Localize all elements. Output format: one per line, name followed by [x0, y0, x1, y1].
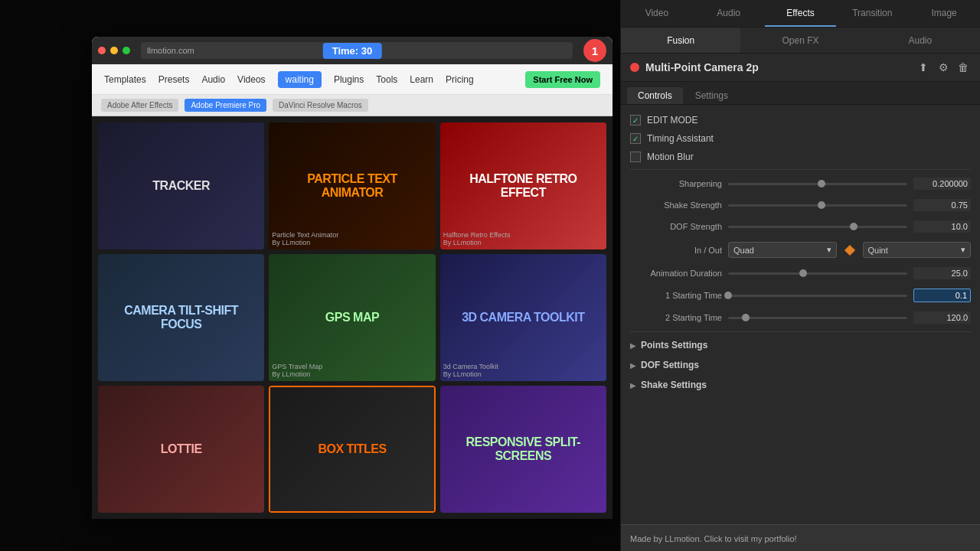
nav-templates[interactable]: Templates [104, 74, 146, 85]
dropdown-chevron-left: ▾ [827, 245, 831, 255]
dof-strength-label: DOF Strength [630, 222, 722, 231]
nav-waiting[interactable]: waiting [278, 71, 322, 88]
tab-premiere-pro[interactable]: Adobe Premiere Pro [185, 99, 266, 112]
plugin-action-icons: ⬆ ⚙ 🗑 [916, 60, 971, 75]
checkbox-edit-mode-input[interactable]: ✓ [630, 115, 641, 126]
effects-panel: Video Audio Effects Transition Image Fus… [620, 0, 980, 551]
nav-tools[interactable]: Tools [376, 74, 397, 85]
checkbox-motion-blur: Motion Blur [630, 148, 971, 166]
footer-banner[interactable]: Made by LLmotion. Click to visit my port… [621, 524, 980, 551]
divider-2 [630, 331, 971, 332]
starting-time-2-row: 2 Starting Time 120.0 [630, 307, 971, 328]
points-settings-arrow: ▶ [630, 341, 636, 350]
cards-grid: TRACKER Particle Text Animator Particle … [92, 116, 612, 519]
tab-audio[interactable]: Audio [693, 0, 765, 27]
sharpening-thumb[interactable] [818, 180, 825, 187]
minimize-dot[interactable] [110, 47, 118, 54]
subtab-openfx[interactable]: Open FX [740, 28, 860, 53]
starting-time-2-slider[interactable] [728, 317, 907, 319]
starting-time-2-label: 2 Starting Time [630, 313, 722, 322]
nav-audio[interactable]: Audio [201, 74, 225, 85]
checkbox-edit-mode-label: EDIT MODE [647, 115, 697, 126]
dof-strength-thumb[interactable] [850, 223, 858, 230]
shake-settings-title: Shake Settings [641, 380, 707, 390]
starting-time-1-slider[interactable] [728, 295, 907, 297]
inout-left-dropdown[interactable]: Quad ▾ [728, 242, 837, 258]
subtab-audio[interactable]: Audio [861, 28, 980, 53]
nav-videos[interactable]: Videos [237, 74, 265, 85]
animation-duration-thumb[interactable] [799, 269, 807, 277]
checkbox-edit-mode: ✓ EDIT MODE [630, 111, 971, 129]
dof-strength-value[interactable]: 10.0 [913, 220, 971, 233]
starting-time-2-thumb[interactable] [742, 314, 750, 321]
control-tabs: Controls Settings [621, 82, 980, 105]
nav-learn[interactable]: Learn [410, 74, 433, 85]
delete-icon[interactable]: 🗑 [956, 60, 971, 75]
nav-presets[interactable]: Presets [158, 74, 190, 85]
card-box-titles[interactable]: BOX TITLES [269, 386, 435, 513]
starting-time-1-thumb[interactable] [724, 292, 732, 299]
settings-icon[interactable]: ⚙ [936, 60, 951, 75]
animation-duration-value[interactable]: 25.0 [913, 267, 971, 279]
card-tracker-title: TRACKER [152, 179, 210, 193]
shake-strength-thumb[interactable] [818, 201, 825, 209]
shake-strength-slider[interactable] [728, 204, 907, 207]
points-settings-title: Points Settings [641, 340, 707, 350]
tab-video[interactable]: Video [621, 0, 693, 27]
shake-strength-label: Shake Strength [630, 201, 722, 210]
starting-time-1-value[interactable]: 0.1 [913, 289, 971, 302]
shake-strength-row: Shake Strength 0.75 [630, 194, 971, 216]
notification-badge[interactable]: 1 [583, 39, 606, 62]
tab-settings[interactable]: Settings [684, 87, 739, 104]
inout-right-dropdown[interactable]: Quint ▾ [863, 242, 972, 258]
card-tracker[interactable]: TRACKER [98, 122, 264, 249]
start-free-button[interactable]: Start Free Now [525, 71, 600, 88]
card-gps[interactable]: GPS MAP GPS Travel MapBy LLmotion [269, 254, 435, 381]
close-dot[interactable] [98, 47, 106, 54]
card-lottie[interactable]: LOTTIE [98, 386, 264, 513]
dof-strength-row: DOF Strength 10.0 [630, 216, 971, 237]
card-box-titles-title: BOX TITLES [318, 442, 386, 456]
animation-duration-row: Animation Duration 25.0 [630, 262, 971, 284]
shake-strength-value[interactable]: 0.75 [913, 199, 971, 211]
checkbox-motion-blur-input[interactable] [630, 152, 641, 162]
expand-icon[interactable]: ⬆ [916, 60, 931, 75]
tab-effects[interactable]: Effects [765, 0, 837, 27]
checkbox-timing-assistant: ✓ Timing Assistant [630, 129, 971, 148]
card-responsive[interactable]: RESPONSIVE SPLIT-SCREENS [440, 386, 606, 513]
card-particle[interactable]: Particle Text Animator Particle Text Ani… [269, 122, 435, 249]
subtab-fusion[interactable]: Fusion [621, 28, 740, 53]
shake-settings-section[interactable]: ▶ Shake Settings [630, 375, 971, 395]
starting-time-2-value[interactable]: 120.0 [913, 311, 971, 324]
plugin-name: Multi-Point Camera 2p [645, 61, 910, 73]
tab-after-effects[interactable]: Adobe After Effects [101, 99, 178, 112]
points-settings-section[interactable]: ▶ Points Settings [630, 335, 971, 355]
tab-image[interactable]: Image [908, 0, 980, 27]
animation-duration-slider[interactable] [728, 272, 907, 275]
checkbox-timing-assistant-input[interactable]: ✓ [630, 133, 641, 144]
card-halftone-label: Halftone Retro EffectsBy LLmotion [443, 231, 603, 246]
tab-controls[interactable]: Controls [627, 87, 683, 104]
nav-plugins[interactable]: Plugins [334, 74, 364, 85]
maximize-dot[interactable] [122, 47, 130, 54]
sharpening-row: Sharpening 0.200000 [630, 173, 971, 194]
browser-titlebar: llmotion.com Time: 30 1 [92, 37, 612, 64]
browser-tabs: Adobe After Effects Adobe Premiere Pro D… [92, 95, 612, 116]
inout-row: In / Out Quad ▾ Quint ▾ [630, 237, 971, 262]
card-3d-camera[interactable]: 3D CAMERA TOOLKIT 3d Camera ToolkitBy LL… [440, 254, 606, 381]
card-halftone[interactable]: HALFTONE RETRO EFFECT Halftone Retro Eff… [440, 122, 606, 249]
sharpening-slider[interactable] [728, 183, 907, 185]
keyframe-diamond-icon[interactable] [844, 244, 854, 255]
dof-strength-slider[interactable] [728, 226, 907, 228]
nav-pricing[interactable]: Pricing [446, 74, 474, 85]
card-halftone-title: HALFTONE RETRO EFFECT [446, 172, 600, 200]
tab-transition[interactable]: Transition [836, 0, 908, 27]
inout-label: In / Out [630, 246, 722, 255]
card-camera-focus[interactable]: CAMERA TILT-SHIFT FOCUS [98, 254, 264, 381]
sharpening-value[interactable]: 0.200000 [913, 178, 971, 190]
dof-settings-section[interactable]: ▶ DOF Settings [630, 355, 971, 375]
shake-settings-arrow: ▶ [630, 381, 636, 390]
effects-top-tabs: Video Audio Effects Transition Image [621, 0, 980, 28]
card-box-titles-bg: BOX TITLES [269, 386, 435, 513]
tab-davinci[interactable]: DaVinci Resolve Macros [273, 99, 368, 112]
